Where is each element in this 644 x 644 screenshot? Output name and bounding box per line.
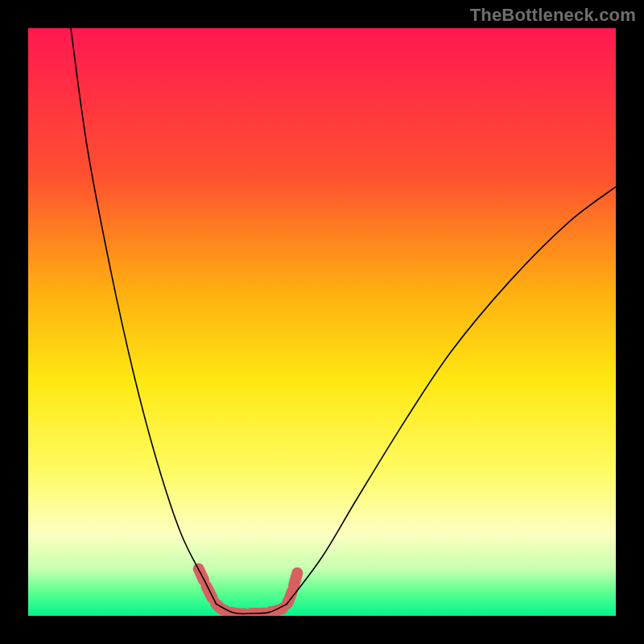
- plot-area: [28, 28, 616, 616]
- chart-frame: TheBottleneck.com: [0, 0, 644, 644]
- highlight-segment: [199, 569, 299, 614]
- curve-left: [69, 28, 217, 604]
- curve-right: [287, 187, 616, 604]
- watermark-text: TheBottleneck.com: [470, 5, 636, 26]
- curve-layer: [28, 28, 616, 616]
